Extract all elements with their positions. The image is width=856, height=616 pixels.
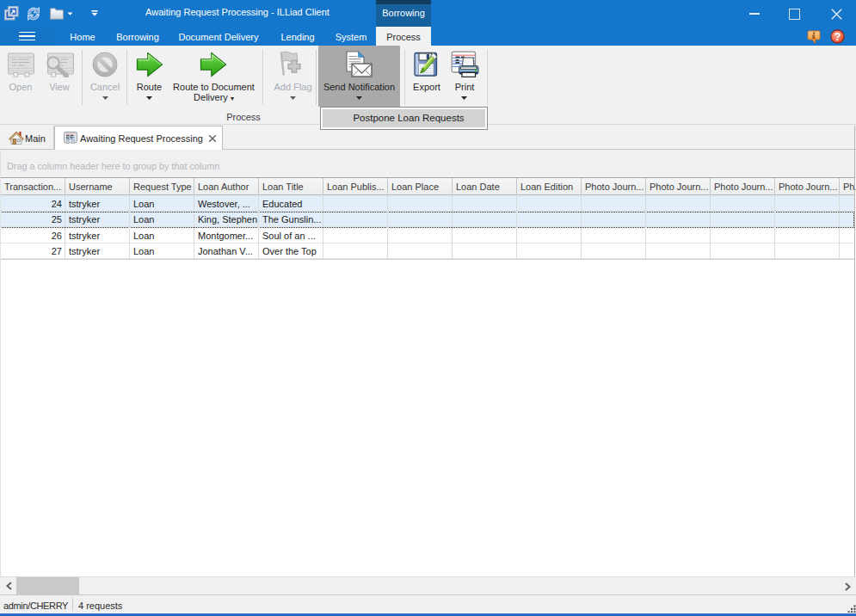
svg-text:?: ?: [834, 31, 841, 43]
